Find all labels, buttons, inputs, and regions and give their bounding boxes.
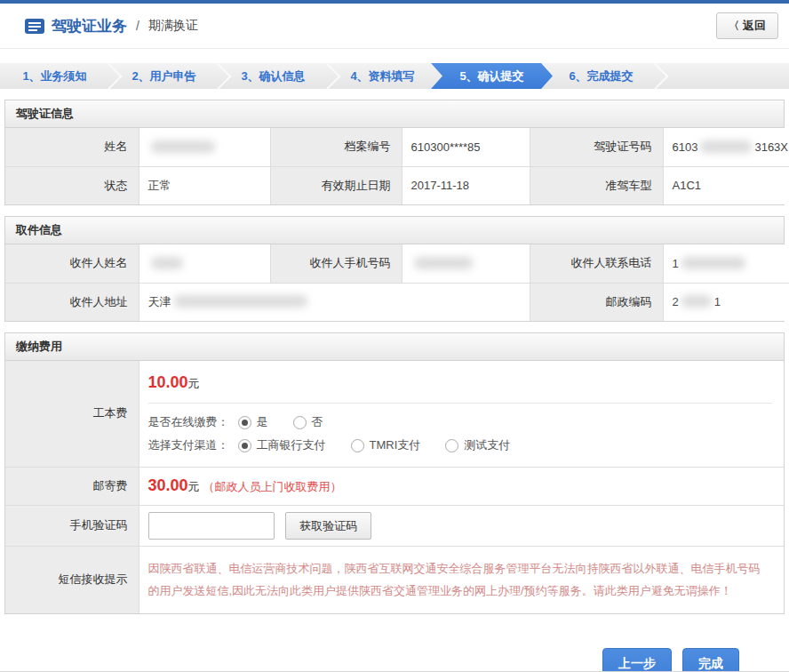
step-wizard: 1、业务须知 2、用户申告 3、确认信息 4、资料填写 5、确认提交 6、完成提… [0,63,789,89]
radio-channel-icbc[interactable]: 工商银行支付 [238,437,326,453]
license-info-section: 驾驶证信息 姓名 档案编号 610300****85 驾驶证号码 6103316… [4,100,785,205]
fee-amount-line: 10.00元 [148,373,779,392]
divider [148,403,772,404]
step-2[interactable]: 2、用户申告 [109,63,219,89]
expiry-date-label: 有效期止日期 [270,166,402,204]
name-value [139,128,270,166]
sms-tip-label: 短信接收提示 [5,547,139,613]
postal-code-value: 21 [663,283,789,321]
table-row: 状态 正常 有效期止日期 2017-11-18 准驾车型 A1C1 [5,166,789,204]
postage-amount: 30.00 [148,476,188,494]
license-section-title: 驾驶证信息 [5,100,784,128]
pickup-info-section: 取件信息 收件人姓名 收件人手机号码 收件人联系电话 1 收件人地址 天津 邮政… [4,216,785,322]
fee-label: 工本费 [5,361,139,467]
recipient-phone-value: 1 [663,244,789,283]
file-number-value: 610300****85 [402,128,530,166]
status-value: 正常 [139,166,270,204]
prev-step-button[interactable]: 上一步 [602,648,672,672]
table-row: 姓名 档案编号 610300****85 驾驶证号码 61033163X [5,128,789,166]
license-number-label: 驾驶证号码 [530,128,663,166]
recipient-address-label: 收件人地址 [5,283,139,321]
recipient-address-value: 天津 [139,283,530,321]
step-3[interactable]: 3、确认信息 [219,63,328,89]
fee-cell: 10.00元 是否在线缴费： 是 否 选择支付渠道： 工商银行支付 TMRI支付… [139,361,784,467]
redacted-license-digits [700,140,752,153]
sms-tip-text: 因陕西省联通、电信运营商技术问题，陕西省互联网交通安全综合服务管理平台无法向持陕… [148,557,779,603]
recipient-mobile-value [402,244,530,283]
radio-icon [351,439,364,452]
radio-online-yes[interactable]: 是 [238,414,268,430]
radio-channel-tmri[interactable]: TMRI支付 [351,437,421,453]
postage-note: （邮政人员上门收取费用） [203,480,342,493]
payment-section-title: 缴纳费用 [5,333,784,361]
page-title: 驾驶证业务 [52,16,127,36]
table-row: 收件人姓名 收件人手机号码 收件人联系电话 1 [5,244,789,283]
captcha-label: 手机验证码 [5,505,139,547]
postage-value: 30.00元（邮政人员上门收取费用） [139,467,784,505]
captcha-input[interactable] [148,512,275,540]
radio-icon [445,439,458,452]
license-menu-icon [25,19,44,34]
redacted-address [174,295,307,308]
redacted-mobile [414,257,473,269]
payment-section: 缴纳费用 工本费 10.00元 是否在线缴费： 是 否 选择支付渠道： 工商银行… [4,332,785,614]
radio-icon [293,416,307,429]
step-4[interactable]: 4、资料填写 [328,63,437,89]
radio-icon [238,416,251,429]
postal-code-label: 邮政编码 [530,283,663,321]
table-row: 手机验证码 获取验证码 [5,505,784,547]
pickup-section-title: 取件信息 [5,217,784,244]
step-1[interactable]: 1、业务须知 [0,63,109,89]
online-pay-row: 是否在线缴费： 是 否 [148,414,779,430]
sms-tip-cell: 因陕西省联通、电信运营商技术问题，陕西省互联网交通安全综合服务管理平台无法向持陕… [139,547,784,613]
pay-channel-row: 选择支付渠道： 工商银行支付 TMRI支付 测试支付 [148,437,779,453]
table-row: 收件人地址 天津 邮政编码 21 [5,283,789,321]
recipient-mobile-label: 收件人手机号码 [270,244,402,283]
radio-channel-test[interactable]: 测试支付 [445,437,510,453]
recipient-phone-label: 收件人联系电话 [530,244,663,283]
step-bar-filler [656,63,789,89]
pickup-info-table: 收件人姓名 收件人手机号码 收件人联系电话 1 收件人地址 天津 邮政编码 21 [5,244,789,321]
back-button-label: 返回 [743,18,766,34]
file-number-label: 档案编号 [270,128,402,166]
recipient-name-value [139,244,270,283]
captcha-cell: 获取验证码 [139,505,784,547]
recipient-name-label: 收件人姓名 [5,244,139,283]
payment-table: 工本费 10.00元 是否在线缴费： 是 否 选择支付渠道： 工商银行支付 TM… [5,361,784,613]
postage-label: 邮寄费 [5,467,139,505]
footer-actions: 上一步 完成 [0,648,789,672]
redacted-name [151,140,215,153]
table-row: 短信接收提示 因陕西省联通、电信运营商技术问题，陕西省互联网交通安全综合服务管理… [5,547,784,613]
breadcrumb-current: 期满换证 [148,18,198,34]
name-label: 姓名 [5,128,139,166]
table-row: 工本费 10.00元 是否在线缴费： 是 否 选择支付渠道： 工商银行支付 TM… [5,361,784,467]
table-row: 邮寄费 30.00元（邮政人员上门收取费用） [5,467,784,505]
finish-button[interactable]: 完成 [682,648,739,672]
radio-icon [238,439,251,452]
online-pay-label: 是否在线缴费： [148,414,229,430]
page-header: 驾驶证业务 / 期满换证 〈 返回 [0,4,789,49]
back-button[interactable]: 〈 返回 [716,12,778,39]
redacted-postal-digits [681,295,712,308]
breadcrumb-separator: / [136,19,139,33]
expiry-date-value: 2017-11-18 [402,166,530,204]
chevron-left-icon: 〈 [729,19,739,34]
redacted-recipient-name [151,257,183,269]
vehicle-class-label: 准驾车型 [530,166,663,204]
redacted-phone-digits [681,257,745,269]
status-label: 状态 [5,166,139,204]
step-5-active[interactable]: 5、确认提交 [431,63,553,89]
pay-channel-label: 选择支付渠道： [148,437,229,453]
license-number-value: 61033163X [663,128,789,166]
license-info-table: 姓名 档案编号 610300****85 驾驶证号码 61033163X 状态 … [5,128,789,204]
get-captcha-button[interactable]: 获取验证码 [285,512,371,540]
step-6[interactable]: 6、完成提交 [546,63,656,89]
fee-amount: 10.00 [148,373,188,391]
radio-online-no[interactable]: 否 [293,414,323,430]
vehicle-class-value: A1C1 [663,166,789,204]
